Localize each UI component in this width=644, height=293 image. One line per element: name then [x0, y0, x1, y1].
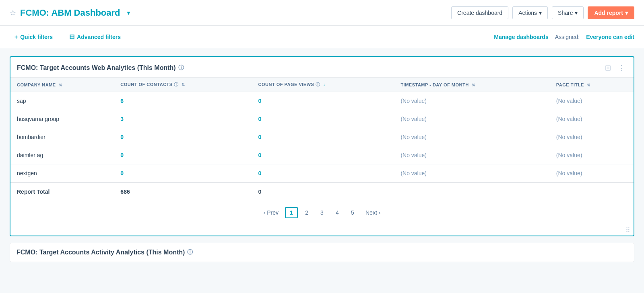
assigned-value: Everyone can edit	[586, 34, 634, 40]
next-button[interactable]: Next ›	[361, 207, 384, 218]
main-content: FCMO: Target Accounts Web Analytics (Thi…	[0, 48, 644, 277]
report-info-icon[interactable]: ⓘ	[178, 64, 184, 72]
page-4-button[interactable]: 4	[331, 207, 344, 218]
sort-icon-pageviews: ↓	[323, 82, 326, 87]
add-report-chevron-icon: ▾	[625, 10, 628, 16]
page-1-button[interactable]: 1	[285, 207, 298, 218]
cell-company-0: sap	[10, 92, 114, 110]
cell-pagetitle-0: (No value)	[550, 92, 634, 110]
advanced-filters-button[interactable]: ⊟ Advanced filters	[64, 30, 126, 44]
cell-contacts-2: 0	[114, 128, 252, 146]
report-card: FCMO: Target Accounts Web Analytics (Thi…	[10, 56, 634, 236]
actions-button[interactable]: Actions ▾	[512, 6, 548, 19]
cell-pagetitle-4: (No value)	[550, 164, 634, 183]
sort-icon-pagetitle: ⇅	[587, 83, 590, 87]
header-right: Create dashboard Actions ▾ Share ▾ Add r…	[451, 6, 634, 19]
cell-pageviews-4: 0	[252, 164, 394, 183]
header: ☆ FCMO: ABM Dashboard ▼ Create dashboard…	[0, 0, 644, 26]
advanced-filters-icon: ⊟	[69, 33, 74, 41]
prev-chevron-icon: ‹	[264, 209, 266, 216]
filter-left: + Quick filters ⊟ Advanced filters	[10, 30, 126, 44]
sort-icon-contacts: ⇅	[182, 82, 185, 87]
report-actions: ⊟ ⋮	[603, 63, 627, 73]
cell-pageviews-0: 0	[252, 92, 394, 110]
share-button[interactable]: Share ▾	[552, 6, 584, 19]
dashboard-title: FCMO: ABM Dashboard	[20, 8, 120, 18]
favorite-icon[interactable]: ☆	[10, 8, 16, 17]
cell-contacts-4: 0	[114, 164, 252, 183]
total-contacts: 686	[114, 182, 252, 201]
filter-bar: + Quick filters ⊟ Advanced filters Manag…	[0, 26, 644, 48]
col-company-name[interactable]: COMPANY NAME ⇅	[10, 78, 114, 92]
sort-icon-timestamp: ⇅	[472, 83, 475, 87]
cell-pagetitle-2: (No value)	[550, 128, 634, 146]
total-label: Report Total	[10, 182, 114, 201]
cell-pageviews-1: 0	[252, 110, 394, 128]
report-total-row: Report Total 686 0	[10, 182, 634, 201]
cell-timestamp-4: (No value)	[394, 164, 549, 183]
page-5-button[interactable]: 5	[346, 207, 359, 218]
col-count-page-views[interactable]: COUNT OF PAGE VIEWS ⓘ ↓	[252, 78, 394, 92]
cell-company-4: nextgen	[10, 164, 114, 183]
manage-dashboards-link[interactable]: Manage dashboards	[494, 34, 548, 40]
cell-contacts-0: 6	[114, 92, 252, 110]
assigned-label: Assigned:	[555, 34, 580, 40]
cell-contacts-1: 3	[114, 110, 252, 128]
report-title: FCMO: Target Accounts Web Analytics (Thi…	[17, 64, 184, 72]
report2-info-icon[interactable]: ⓘ	[187, 249, 193, 256]
cell-timestamp-2: (No value)	[394, 128, 549, 146]
table-row: sap 6 0 (No value) (No value)	[10, 92, 634, 110]
page-2-button[interactable]: 2	[300, 207, 313, 218]
table-header-row: COMPANY NAME ⇅ COUNT OF CONTACTS ⓘ ⇅ COU…	[10, 78, 634, 92]
total-page-views: 0	[252, 182, 394, 201]
cell-company-2: bombardier	[10, 128, 114, 146]
col-count-contacts[interactable]: COUNT OF CONTACTS ⓘ ⇅	[114, 78, 252, 92]
pagination: ‹ Prev 1 2 3 4 5 Next ›	[10, 201, 634, 225]
quick-filters-button[interactable]: + Quick filters	[10, 31, 58, 43]
report-settings-icon[interactable]: ⊟	[603, 63, 613, 73]
page-3-button[interactable]: 3	[316, 207, 328, 218]
quick-filters-plus-icon: +	[14, 34, 18, 40]
title-dropdown-icon[interactable]: ▼	[126, 10, 132, 16]
cell-contacts-3: 0	[114, 146, 252, 164]
report2-title: FCMO: Target Accounts Activity Analytics…	[17, 249, 193, 256]
report-more-icon[interactable]: ⋮	[617, 63, 627, 73]
report-card-bottom: FCMO: Target Accounts Activity Analytics…	[10, 243, 634, 262]
col-pageviews-info-icon[interactable]: ⓘ	[316, 82, 320, 87]
cell-timestamp-3: (No value)	[394, 146, 549, 164]
table-row: bombardier 0 0 (No value) (No value)	[10, 128, 634, 146]
prev-button[interactable]: ‹ Prev	[260, 207, 283, 218]
actions-chevron-icon: ▾	[539, 10, 542, 16]
cell-pageviews-3: 0	[252, 146, 394, 164]
table-row: husqvarna group 3 0 (No value) (No value…	[10, 110, 634, 128]
col-timestamp[interactable]: TIMESTAMP - DAY OF MONTH ⇅	[394, 78, 549, 92]
col-contacts-info-icon[interactable]: ⓘ	[174, 82, 179, 87]
sort-icon-company: ⇅	[59, 83, 62, 87]
cell-company-1: husqvarna group	[10, 110, 114, 128]
table-row: nextgen 0 0 (No value) (No value)	[10, 164, 634, 183]
share-chevron-icon: ▾	[575, 10, 578, 16]
filter-right: Manage dashboards Assigned: Everyone can…	[494, 34, 634, 40]
quick-filters-label: Quick filters	[20, 34, 53, 40]
add-report-button[interactable]: Add report ▾	[588, 6, 634, 19]
cell-pagetitle-1: (No value)	[550, 110, 634, 128]
resize-handle[interactable]: ⠿	[10, 225, 634, 236]
col-page-title[interactable]: PAGE TITLE ⇅	[550, 78, 634, 92]
cell-timestamp-1: (No value)	[394, 110, 549, 128]
report-table: COMPANY NAME ⇅ COUNT OF CONTACTS ⓘ ⇅ COU…	[10, 78, 634, 201]
filter-divider	[61, 32, 61, 42]
cell-pagetitle-3: (No value)	[550, 146, 634, 164]
report-card-header: FCMO: Target Accounts Web Analytics (Thi…	[10, 57, 634, 78]
resize-dots-icon: ⠿	[625, 226, 630, 234]
cell-timestamp-0: (No value)	[394, 92, 549, 110]
cell-pageviews-2: 0	[252, 128, 394, 146]
advanced-filters-label: Advanced filters	[77, 34, 121, 40]
create-dashboard-button[interactable]: Create dashboard	[451, 6, 508, 19]
next-chevron-icon: ›	[379, 209, 381, 216]
cell-company-3: daimler ag	[10, 146, 114, 164]
report-card-bottom-header: FCMO: Target Accounts Activity Analytics…	[10, 243, 634, 262]
header-left: ☆ FCMO: ABM Dashboard ▼	[10, 8, 131, 18]
table-row: daimler ag 0 0 (No value) (No value)	[10, 146, 634, 164]
